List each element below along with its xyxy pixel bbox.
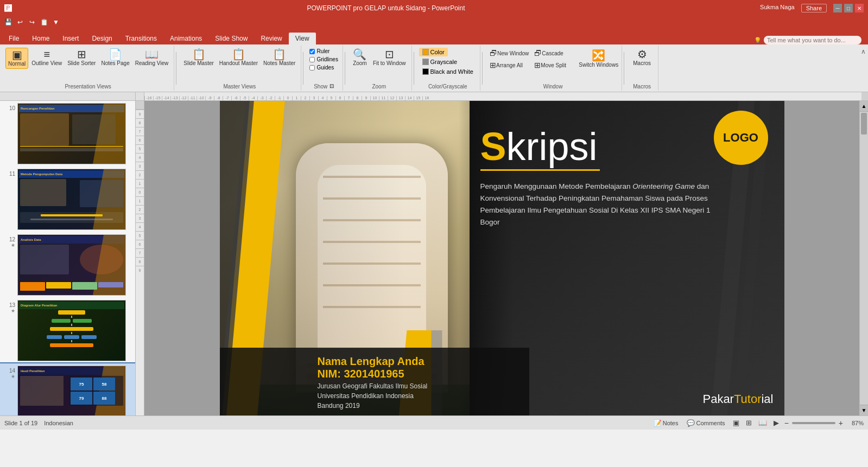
vertical-scrollbar[interactable]: ▲ ▼ <box>859 101 868 415</box>
slide-num-14: 14 <box>5 366 15 374</box>
guides-check[interactable] <box>309 65 315 71</box>
normal-view-btn[interactable]: ▣ Normal <box>5 48 28 69</box>
slide-master-btn[interactable]: 📋 Slide Master <box>181 48 216 68</box>
macros-btn[interactable]: ⚙ Macros <box>631 48 653 68</box>
slide-sorter-status-btn[interactable]: ⊞ <box>744 418 754 428</box>
tab-home[interactable]: Home <box>26 33 56 44</box>
color-btn[interactable]: Color <box>419 48 448 56</box>
minimize-btn[interactable]: ─ <box>833 4 842 12</box>
handout-master-btn[interactable]: 📋 Handout Master <box>217 48 260 68</box>
grayscale-swatch <box>422 59 429 65</box>
nim-text: NIM: 3201401965 <box>318 368 522 380</box>
slide-thumb-11[interactable]: 11 Metode Pengumpulan Data <box>0 167 135 232</box>
notes-btn[interactable]: 📝 Notes <box>650 418 682 428</box>
share-btn[interactable]: Share <box>801 4 827 12</box>
scroll-up-btn[interactable]: ▲ <box>860 101 868 112</box>
zoom-minus-btn[interactable]: − <box>783 419 790 427</box>
comments-btn[interactable]: 💬 Comments <box>683 418 728 428</box>
cascade-label: Cascade <box>542 50 563 56</box>
reading-view-icon: 📖 <box>145 49 159 60</box>
cascade-icon: 🗗 <box>534 49 542 57</box>
scroll-down-btn[interactable]: ▼ <box>860 405 868 415</box>
slide-thumb-10[interactable]: 10 Rancangan Penelitian <box>0 101 135 167</box>
fit-to-window-btn[interactable]: ⊡ Fit to Window <box>371 48 408 68</box>
skripsi-title-rest: kripsi <box>506 125 598 168</box>
ruler-checkbox[interactable]: Ruler <box>308 48 331 55</box>
reading-view-btn[interactable]: 📖 Reading View <box>133 48 171 68</box>
ruler-v-corner <box>136 92 144 100</box>
ribbon-tabs: File Home Insert Design Transitions Anim… <box>0 28 868 44</box>
customize-icon[interactable]: ▼ <box>51 17 61 27</box>
tab-file[interactable]: File <box>2 33 26 44</box>
normal-view-icon: ▣ <box>12 49 22 60</box>
tab-review[interactable]: Review <box>254 33 288 44</box>
normal-view-status-btn[interactable]: ▣ <box>731 418 742 428</box>
logo-text: LOGO <box>723 131 758 145</box>
slide-num-12: 12 <box>5 234 15 242</box>
slide-canvas-area[interactable]: LOGO Skripsi Pengaruh Menggunaan Metode … <box>144 101 859 415</box>
slide-thumb-12[interactable]: 12 ★ Analisis Data <box>0 232 135 298</box>
slide-panel[interactable]: 10 Rancangan Penelitian 11 Metod <box>0 101 136 415</box>
tab-slideshow[interactable]: Slide Show <box>208 33 254 44</box>
switch-windows-btn[interactable]: 🔀 Switch Windows <box>576 48 620 69</box>
slide-num-11: 11 <box>5 169 15 177</box>
switch-windows-label: Switch Windows <box>579 62 618 68</box>
grayscale-btn[interactable]: Grayscale <box>419 57 461 66</box>
show-expand-icon[interactable]: ⊡ <box>330 83 334 89</box>
black-white-btn[interactable]: Black and White <box>419 67 477 76</box>
slide-thumb-14[interactable]: 14 ★ Hasil Penelitian 75 58 79 88 <box>0 363 135 415</box>
save-icon[interactable]: 💾 <box>3 17 13 27</box>
slide-sorter-label: Slide Sorter <box>67 60 96 67</box>
window-controls[interactable]: Sukma Naga Share ─ □ ✕ <box>760 4 864 12</box>
tab-view[interactable]: View <box>289 33 316 44</box>
zoom-plus-btn[interactable]: + <box>838 419 844 427</box>
tab-animations[interactable]: Animations <box>163 33 208 44</box>
separator-5 <box>482 52 483 85</box>
undo-icon[interactable]: ↩ <box>15 17 25 27</box>
print-preview-icon[interactable]: 📋 <box>39 17 49 27</box>
color-swatch <box>422 49 429 55</box>
slide-img-12[interactable]: Analisis Data <box>17 234 126 296</box>
tell-me-input[interactable] <box>764 36 861 44</box>
zoom-slider[interactable] <box>792 422 835 424</box>
notes-label: Notes <box>663 420 679 426</box>
guides-checkbox[interactable]: Guides <box>308 64 335 71</box>
slide-sorter-btn[interactable]: ⊞ Slide Sorter <box>65 48 98 68</box>
redo-icon[interactable]: ↪ <box>27 17 37 27</box>
slide-img-13[interactable]: Diagram Alur Penelitian <box>17 300 126 361</box>
separator-1 <box>176 52 176 85</box>
reading-view-status-btn[interactable]: 📖 <box>756 418 769 428</box>
notes-master-btn[interactable]: 📋 Notes Master <box>261 48 297 68</box>
black-white-label: Black and White <box>430 68 473 75</box>
cascade-btn[interactable]: 🗗 Cascade <box>532 48 575 59</box>
new-window-btn[interactable]: 🗗 New Window <box>487 48 531 59</box>
notes-page-btn[interactable]: 📄 Notes Page <box>99 48 131 68</box>
normal-view-label: Normal <box>8 61 26 67</box>
main-slide: LOGO Skripsi Pengaruh Menggunaan Metode … <box>220 101 784 415</box>
slide-img-14[interactable]: Hasil Penelitian 75 58 79 88 <box>17 366 126 415</box>
move-split-btn[interactable]: ⊞ Move Split <box>532 60 575 71</box>
scroll-track[interactable] <box>860 112 868 405</box>
slide-img-10[interactable]: Rancangan Penelitian <box>17 103 126 164</box>
zoom-btn[interactable]: 🔍 Zoom <box>350 48 370 68</box>
tab-design[interactable]: Design <box>85 33 118 44</box>
tab-insert[interactable]: Insert <box>56 33 85 44</box>
scroll-thumb[interactable] <box>861 113 867 135</box>
tab-transitions[interactable]: Transitions <box>119 33 163 44</box>
comments-icon: 💬 <box>687 419 695 427</box>
presentation-views-label: Presentation Views <box>65 82 111 89</box>
title-underline <box>480 169 600 171</box>
gridlines-check[interactable] <box>309 57 315 62</box>
arrange-all-btn[interactable]: ⊞ Arrange All <box>487 60 531 71</box>
ruler-check[interactable] <box>309 49 315 54</box>
gridlines-checkbox[interactable]: Gridlines <box>308 56 339 63</box>
maximize-btn[interactable]: □ <box>844 4 853 12</box>
slide-thumb-13[interactable]: 13 ★ Diagram Alur Penelitian <box>0 298 135 363</box>
slide-star-14: ★ <box>11 374 15 379</box>
ribbon-expand-btn[interactable]: ∧ <box>861 48 866 55</box>
outline-view-btn[interactable]: ≡ Outline View <box>29 48 64 68</box>
slideshow-status-btn[interactable]: ▶ <box>771 418 781 428</box>
close-btn[interactable]: ✕ <box>855 4 864 12</box>
move-split-icon: ⊞ <box>534 61 541 69</box>
slide-img-11[interactable]: Metode Pengumpulan Data <box>17 169 126 230</box>
